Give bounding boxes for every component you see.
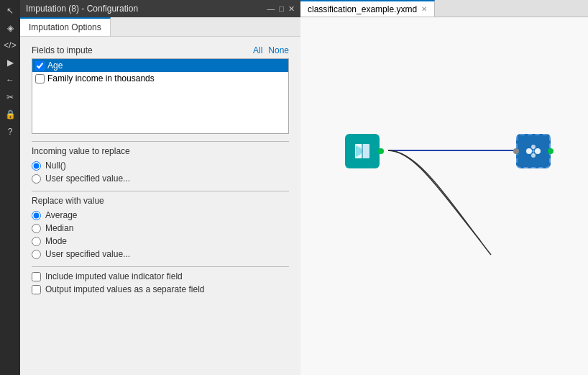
canvas-tab[interactable]: classification_example.yxmd ✕ bbox=[300, 0, 435, 17]
divider-3 bbox=[32, 266, 289, 267]
run-tool-icon[interactable]: ▶ bbox=[2, 55, 18, 71]
config-panel: Imputation (8) - Configuration — □ ✕ Imp… bbox=[20, 0, 300, 375]
radio-average[interactable]: Average bbox=[32, 210, 289, 220]
impute-icon bbox=[525, 143, 542, 160]
radio-user-specified-incoming-input[interactable] bbox=[32, 174, 41, 184]
canvas-content[interactable] bbox=[300, 17, 588, 375]
field-checkbox-age[interactable] bbox=[35, 61, 45, 71]
tab-imputation-options[interactable]: Imputation Options bbox=[20, 17, 111, 36]
canvas-tab-close-button[interactable]: ✕ bbox=[421, 5, 427, 13]
field-checkbox-family-income[interactable] bbox=[35, 74, 45, 83]
minimize-button[interactable]: — bbox=[267, 4, 275, 13]
radio-median-input[interactable] bbox=[32, 224, 41, 233]
radio-null[interactable]: Null() bbox=[32, 161, 289, 171]
radio-null-input[interactable] bbox=[32, 161, 41, 171]
canvas-tabbar: classification_example.yxmd ✕ bbox=[300, 0, 588, 17]
fields-links: All None bbox=[253, 45, 289, 55]
config-body: Fields to impute All None Age Family inc… bbox=[20, 37, 300, 375]
book-icon bbox=[352, 141, 372, 161]
canvas-area: classification_example.yxmd ✕ bbox=[300, 0, 588, 375]
connect-tool-icon[interactable]: ◈ bbox=[2, 20, 18, 36]
checkbox-separate[interactable]: Output imputed values as a separate fiel… bbox=[32, 284, 289, 294]
back-tool-icon[interactable]: ← bbox=[2, 72, 18, 88]
fields-header: Fields to impute All None bbox=[32, 45, 289, 55]
node-book[interactable] bbox=[344, 132, 381, 170]
radio-user-specified-incoming[interactable]: User specified value... bbox=[32, 173, 289, 184]
field-item-family-income[interactable]: Family income in thousands bbox=[32, 72, 288, 85]
code-tool-icon[interactable]: </> bbox=[2, 37, 18, 53]
divider-1 bbox=[32, 141, 289, 142]
node-impute-inner bbox=[516, 134, 551, 168]
all-link[interactable]: All bbox=[253, 45, 262, 55]
radio-user-specified-replace[interactable]: User specified value... bbox=[32, 249, 289, 259]
radio-median[interactable]: Median bbox=[32, 223, 289, 233]
select-tool-icon[interactable]: ↖ bbox=[2, 3, 18, 19]
checkbox-indicator[interactable]: Include imputed value indicator field bbox=[32, 271, 289, 281]
config-titlebar-controls: — □ ✕ bbox=[267, 4, 295, 14]
node-book-inner bbox=[345, 134, 380, 168]
fields-list: Age Family income in thousands bbox=[32, 58, 289, 134]
radio-user-specified-replace-input[interactable] bbox=[32, 250, 41, 259]
radio-mode[interactable]: Mode bbox=[32, 236, 289, 246]
maximize-button[interactable]: □ bbox=[279, 4, 284, 13]
fields-label: Fields to impute bbox=[32, 45, 93, 55]
canvas-connections bbox=[300, 17, 588, 375]
none-link[interactable]: None bbox=[268, 45, 289, 55]
svg-rect-3 bbox=[362, 144, 369, 158]
help-tool-icon[interactable]: ? bbox=[2, 124, 18, 140]
tool-sidebar: ↖ ◈ </> ▶ ← ✂ 🔒 ? bbox=[0, 0, 20, 375]
radio-mode-input[interactable] bbox=[32, 237, 41, 246]
cut-tool-icon[interactable]: ✂ bbox=[2, 89, 18, 105]
field-item-age[interactable]: Age bbox=[32, 59, 288, 72]
tab-bar: Imputation Options bbox=[20, 17, 300, 37]
replace-label: Replace with value bbox=[32, 196, 289, 206]
radio-average-input[interactable] bbox=[32, 211, 41, 220]
canvas-tab-label: classification_example.yxmd bbox=[308, 4, 417, 14]
lock-tool-icon[interactable]: 🔒 bbox=[2, 107, 18, 122]
config-title: Imputation (8) - Configuration bbox=[26, 4, 138, 14]
node-impute[interactable] bbox=[515, 132, 552, 170]
incoming-label: Incoming value to replace bbox=[32, 146, 289, 156]
close-button[interactable]: ✕ bbox=[288, 4, 295, 14]
config-titlebar: Imputation (8) - Configuration — □ ✕ bbox=[20, 0, 300, 17]
checkbox-separate-input[interactable] bbox=[32, 285, 41, 294]
divider-2 bbox=[32, 191, 289, 191]
checkbox-indicator-input[interactable] bbox=[32, 272, 41, 281]
